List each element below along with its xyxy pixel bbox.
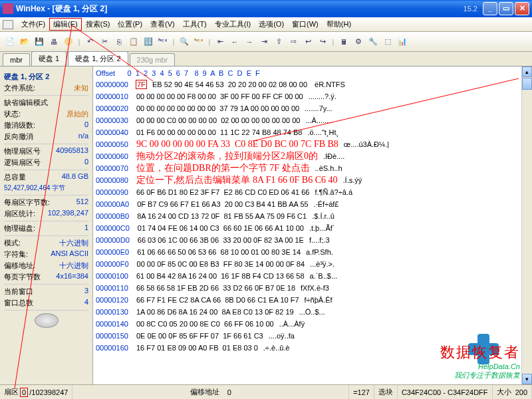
hex-find-icon[interactable]: ʰᵉˣ: [193, 36, 205, 48]
paste-icon[interactable]: 📋: [128, 36, 140, 48]
scrollbar[interactable]: ▴ ▾: [521, 66, 532, 384]
menu-edit[interactable]: 编辑(E): [49, 18, 82, 31]
hex-row[interactable]: 0000004001 F6 00 00 00 00 00 00 11 1C 22…: [96, 126, 519, 138]
hex-row[interactable]: 0000011066 58 66 58 1F EB 2D 66 33 D2 66…: [96, 282, 519, 294]
hex-row[interactable]: 000000F000 00 0F 85 0C 00 E8 B3 FF 80 3E…: [96, 258, 519, 270]
toolbar: 📄 📂 💾 🖶 📀 | ↶ ✂ ⎘ 📋 🔢 ʰᵉˣ | 🔍 ʰᵉˣ | ⇤ ← …: [0, 32, 532, 52]
sep: |: [77, 36, 81, 48]
menu-search[interactable]: 搜索(S): [82, 18, 114, 31]
bps-value: 512: [76, 198, 88, 207]
hex-row[interactable]: 000000E061 06 66 66 50 06 53 66 68 10 00…: [96, 246, 519, 258]
pd-label: 物理磁盘:: [4, 223, 35, 233]
next-icon[interactable]: →: [243, 36, 255, 48]
hex-row[interactable]: 000001301A 00 86 D6 8A 16 24 00 8A E8 C0…: [96, 306, 519, 318]
status-sector: 扇区 0 / 102398247: [0, 385, 72, 399]
hex-row[interactable]: 0000010061 00 B4 42 8A 16 24 00 16 1F 8B…: [96, 270, 519, 282]
minimize-button[interactable]: _: [483, 2, 497, 15]
hex-row[interactable]: 00000080定位一下,然后点击编辑菜单 8A F1 66 0F B6 C6 …: [96, 174, 519, 186]
first-icon[interactable]: ⇤: [214, 36, 226, 48]
tool4-icon[interactable]: 📊: [396, 36, 408, 48]
sec-value: 102,398,247: [48, 209, 88, 219]
scroll-track[interactable]: [522, 90, 532, 374]
md-value: 十六进制: [59, 238, 88, 248]
menu-doc-icon: [3, 20, 13, 29]
hex-row[interactable]: 000000509C 00 00 00 00 00 FA 33 C0 8E D0…: [96, 138, 519, 150]
hex2-icon[interactable]: ʰᵉˣ: [157, 36, 169, 48]
back-icon[interactable]: ↩: [302, 36, 314, 48]
hex-row[interactable]: 000000D066 03 06 1C 00 66 3B 06 33 20 00…: [96, 234, 519, 246]
menu-file[interactable]: 文件(F): [17, 18, 49, 31]
tab-230g[interactable]: 230g mbr: [130, 53, 175, 66]
status-size: 大小 200: [493, 385, 532, 399]
up-icon[interactable]: ⇧: [273, 36, 285, 48]
hex-row[interactable]: 0000014000 8C C0 05 20 00 8E C0 66 FF 06…: [96, 318, 519, 330]
tab-mbr[interactable]: mbr: [3, 53, 30, 66]
tw-label: 窗口总数: [4, 298, 33, 308]
last-icon[interactable]: ⇥: [258, 36, 270, 48]
lsec-label: 逻辑扇区号: [4, 158, 41, 168]
menu-pro-tools[interactable]: 专业工具(I): [211, 18, 255, 31]
hex-row[interactable]: 000001500E 0E 00 0F 85 6F FF 07 1F 66 61…: [96, 330, 519, 342]
prev-icon[interactable]: ←: [229, 36, 241, 48]
menu-options[interactable]: 选项(O): [255, 18, 288, 31]
rev-value: n/a: [78, 132, 88, 142]
hex-row[interactable]: 000000C001 74 04 FE 06 14 00 C3 66 60 1E…: [96, 222, 519, 234]
bps-label: 每扇区字节数:: [4, 198, 50, 207]
undo-icon[interactable]: ↶: [84, 36, 96, 48]
hex-row[interactable]: 0000001000 00 00 00 00 F8 00 00 3F 00 FF…: [96, 90, 519, 102]
hex-row[interactable]: 00000070位置，在问题DBR的第一个字节 7F 处点击..èS.h..h: [96, 162, 519, 174]
scroll-thumb[interactable]: [522, 78, 532, 90]
hex-row[interactable]: 000000A00F B7 C9 66 F7 E1 66 A3 20 00 C3…: [96, 198, 519, 210]
sep: |: [172, 36, 176, 48]
tab-disk1-part2[interactable]: 硬盘 1, 分区 2: [68, 51, 128, 66]
hex-row[interactable]: 00000060拖动分区2的滚动条，拉到顶端分区2扇区0的.IÐè....: [96, 150, 519, 162]
new-icon[interactable]: 📄: [4, 36, 16, 48]
hex-row[interactable]: 000000B08A 16 24 00 CD 13 72 0F 81 FB 55…: [96, 210, 519, 222]
pd-value: 1: [84, 223, 88, 233]
menu-position[interactable]: 位置(P): [114, 18, 146, 31]
print-icon[interactable]: 🖶: [48, 36, 60, 48]
tool1-icon[interactable]: ⚙: [352, 36, 364, 48]
hex-row[interactable]: 000000007F EB 52 90 4E 54 46 53 20 20 20…: [96, 78, 519, 90]
cap-label: 总容量: [4, 172, 26, 182]
fwd-icon[interactable]: ↪: [317, 36, 329, 48]
scroll-up-icon[interactable]: ▴: [522, 66, 532, 77]
tool2-icon[interactable]: 🔧: [367, 36, 379, 48]
maximize-button[interactable]: ▭: [499, 2, 513, 15]
hex-body[interactable]: 000000007F EB 52 90 4E 54 46 53 20 20 20…: [93, 78, 521, 354]
cap-bytes: 52,427,902,464 字节: [4, 184, 65, 193]
tool3-icon[interactable]: ⬚: [382, 36, 394, 48]
tw-value: 4: [84, 298, 88, 308]
menu-help[interactable]: 帮助(H): [323, 18, 355, 31]
open-icon[interactable]: 📂: [19, 36, 31, 48]
save-icon[interactable]: 💾: [33, 36, 45, 48]
hex-row[interactable]: 0000012066 F7 F1 FE C2 8A CA 66 8B D0 66…: [96, 294, 519, 306]
hex-row[interactable]: 0000009066 0F B6 D1 80 E2 3F F7 E2 86 CD…: [96, 186, 519, 198]
cw-label: 当前窗口: [4, 287, 33, 297]
goto-icon[interactable]: ⇨: [287, 36, 299, 48]
status-sel-label: 选块: [374, 385, 398, 399]
disk-icon[interactable]: 📀: [63, 36, 74, 48]
scroll-down-icon[interactable]: ▾: [522, 374, 532, 384]
sec-label: 扇区统计:: [4, 209, 35, 219]
binoc-icon[interactable]: 🔍: [178, 36, 190, 48]
hex-row[interactable]: 0000002000 00 00 00 00 00 00 00 37 79 1A…: [96, 102, 519, 114]
copy-icon[interactable]: ⎘: [113, 36, 125, 48]
hex-view[interactable]: Offset 0 1 2 3 4 5 6 7 8 9 A B C D E F 0…: [93, 66, 521, 384]
menu-view[interactable]: 查看(V): [146, 18, 179, 31]
close-button[interactable]: ✕: [515, 2, 529, 15]
undo-label: 撤消级数:: [4, 120, 35, 130]
hex-row[interactable]: 0000003000 00 00 C0 00 00 00 00 02 00 00…: [96, 114, 519, 126]
tab-disk1[interactable]: 硬盘 1: [31, 51, 66, 66]
menu-tools[interactable]: 工具(T): [179, 18, 211, 31]
lsec-value: 0: [84, 158, 88, 168]
status-range: C34F24C00 - C34F24DFF: [398, 385, 493, 399]
cut-icon[interactable]: ✂: [98, 36, 110, 48]
cap-value: 48.8 GB: [62, 172, 88, 182]
menu-window[interactable]: 窗口(W): [288, 18, 323, 31]
fs-value: 未知: [74, 83, 88, 93]
calc-icon[interactable]: 🖩: [338, 36, 350, 48]
fs-label: 文件系统:: [4, 83, 35, 93]
app-icon: [3, 3, 13, 14]
hex1-icon[interactable]: 🔢: [142, 36, 154, 48]
